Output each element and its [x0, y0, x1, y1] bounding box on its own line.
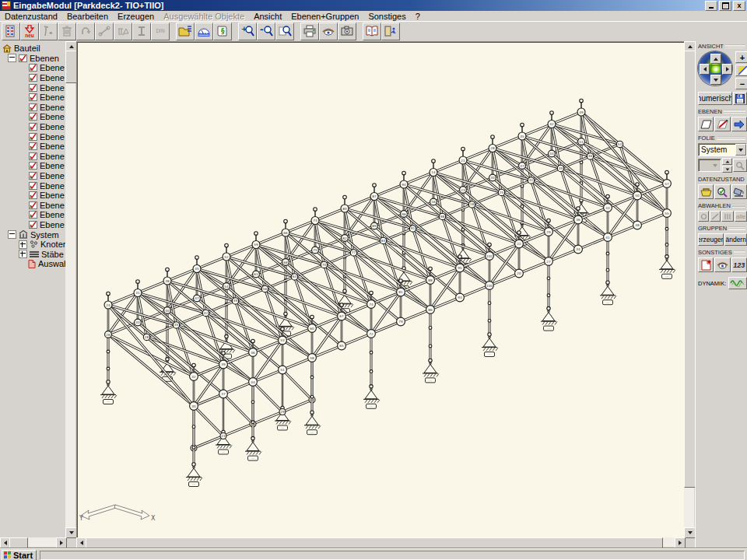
arrow-up-icon: [714, 58, 718, 61]
view-center-button[interactable]: [710, 65, 721, 74]
tree-item-system[interactable]: System: [0, 229, 65, 240]
tree-item-staebe[interactable]: Stäbe: [0, 249, 65, 259]
scroll-down-button[interactable]: [65, 527, 77, 538]
menu-ansicht[interactable]: Ansicht: [249, 12, 286, 21]
report-button[interactable]: [698, 257, 714, 272]
scroll-thumb[interactable]: [86, 537, 663, 548]
tree-item-ebene[interactable]: Ebene 7: [0, 122, 65, 132]
scroll-thumb[interactable]: [65, 51, 77, 83]
tree-vertical-scrollbar[interactable]: [65, 41, 75, 537]
tree-label: Knoten: [40, 240, 65, 249]
zoom-in-button[interactable]: +: [238, 23, 257, 40]
menu-erzeugen[interactable]: Erzeugen: [113, 12, 159, 21]
menu-bearbeiten[interactable]: Bearbeiten: [62, 12, 113, 21]
tree-item-ebene[interactable]: Ebene 11: [0, 161, 65, 171]
menu-sonstiges[interactable]: Sonstiges: [363, 12, 410, 21]
zoom-out-view-button[interactable]: −: [735, 78, 747, 89]
exit-button[interactable]: [381, 23, 400, 40]
rotate-right-button[interactable]: [722, 64, 732, 75]
tree-item-bauteil[interactable]: Bauteil: [0, 44, 65, 54]
zoom-out-button[interactable]: -: [257, 23, 275, 40]
datastate-open-button[interactable]: [698, 184, 714, 199]
scroll-thumb[interactable]: [684, 51, 696, 488]
menu-ebenen-gruppen[interactable]: Ebenen+Gruppen: [286, 12, 363, 21]
datastate-apply-button[interactable]: [731, 184, 747, 199]
tree-item-knoten[interactable]: Knoten: [0, 240, 65, 250]
layer-check-icon: [29, 201, 37, 209]
group-create-button[interactable]: erzeugen: [698, 233, 724, 246]
tree-item-ebene[interactable]: Ebene 6: [0, 112, 65, 122]
tree-horizontal-scrollbar[interactable]: [0, 537, 65, 547]
snapshot-button[interactable]: [338, 23, 356, 40]
print-button[interactable]: [300, 23, 319, 40]
tree-item-ebene[interactable]: Ebene 4: [0, 93, 65, 103]
save-view-button[interactable]: [733, 92, 747, 105]
tree-item-ebene[interactable]: Ebene 5: [0, 103, 65, 113]
folie-select[interactable]: System: [698, 143, 747, 156]
tree-item-auswahlliste[interactable]: Auswahlliste: [0, 259, 65, 269]
tree-item-ebene[interactable]: Ebene 15: [0, 201, 65, 211]
plane-edit-button[interactable]: [714, 117, 730, 131]
expand-icon[interactable]: [19, 240, 27, 249]
svg-text:32: 32: [191, 375, 196, 379]
canvas-vertical-scrollbar[interactable]: [684, 41, 694, 537]
zoom-window-button[interactable]: [275, 23, 294, 40]
canvas-horizontal-scrollbar[interactable]: [76, 537, 684, 547]
model-viewport[interactable]: ·································2023262…: [76, 41, 686, 538]
group-change-button[interactable]: ändern: [724, 233, 747, 246]
neu-button[interactable]: neu: [20, 23, 39, 40]
numbering-button[interactable]: 123: [731, 257, 747, 272]
start-button[interactable]: Start: [2, 550, 37, 560]
plane-show-button[interactable]: [698, 117, 714, 131]
collapse-icon[interactable]: [8, 230, 16, 239]
numeric-view-button[interactable]: numerisch: [698, 92, 732, 105]
scroll-right-button[interactable]: [675, 537, 686, 548]
tree-item-ebene[interactable]: Ebene 8: [0, 131, 65, 142]
open-project-button[interactable]: [176, 23, 195, 40]
tree-item-ebene[interactable]: Ebene 13: [0, 180, 65, 191]
tree-item-ebene[interactable]: Ebene 14: [0, 191, 65, 201]
tree-item-ebene[interactable]: Ebene 1: [0, 63, 65, 73]
tree-item-ebenen[interactable]: Ebenen: [0, 54, 65, 64]
tree-item-ebene[interactable]: Ebene 17: [0, 220, 65, 230]
tree-item-ebene[interactable]: Ebene 2: [0, 73, 65, 83]
scroll-right-button[interactable]: [56, 537, 67, 548]
close-button[interactable]: x: [733, 1, 745, 11]
expand-icon[interactable]: [19, 250, 27, 258]
view-rotate-pad[interactable]: [698, 51, 732, 86]
menu-datenzustand[interactable]: Datenzustand: [0, 12, 62, 21]
spin-down-button[interactable]: [722, 166, 732, 173]
arrow-left-icon: [4, 541, 7, 545]
spin-up-button[interactable]: [722, 158, 732, 165]
scroll-thumb[interactable]: [9, 537, 28, 548]
rotate-down-button[interactable]: [710, 75, 721, 85]
menu-help[interactable]: ?: [411, 12, 425, 21]
view-options-button[interactable]: [319, 23, 338, 40]
plane-next-button[interactable]: [731, 117, 747, 131]
tree-item-ebene[interactable]: Ebene 9: [0, 142, 65, 152]
perspective-toggle-button[interactable]: [735, 65, 747, 76]
svg-text:28: 28: [145, 335, 149, 339]
datastate-check-button[interactable]: [714, 184, 730, 199]
tree-item-ebene[interactable]: Ebene 10: [0, 152, 65, 162]
tree-item-ebene[interactable]: Ebene 16: [0, 210, 65, 220]
layer-check-icon: [29, 191, 37, 199]
scroll-down-button[interactable]: [684, 527, 696, 538]
norms-button[interactable]: §: [213, 23, 232, 40]
dynamics-button[interactable]: [728, 277, 747, 289]
rotate-up-button[interactable]: [710, 54, 721, 64]
svg-text:63: 63: [293, 275, 297, 278]
tree-item-ebene[interactable]: Ebene 3: [0, 82, 65, 93]
tree-item-ebene[interactable]: Ebene 12: [0, 171, 65, 181]
header-strip: [732, 204, 745, 208]
manual-button[interactable]: [363, 23, 381, 40]
minimize-button[interactable]: [705, 1, 717, 11]
zoom-in-view-button[interactable]: +: [735, 51, 747, 63]
collapse-icon[interactable]: [8, 54, 16, 62]
maximize-button[interactable]: [719, 1, 731, 11]
visibility-button[interactable]: [714, 257, 730, 272]
dropdown-button[interactable]: [735, 144, 746, 156]
dimension-button[interactable]: [195, 23, 213, 40]
rotate-left-button[interactable]: [700, 64, 710, 75]
datastate-list-button[interactable]: [2, 23, 20, 40]
